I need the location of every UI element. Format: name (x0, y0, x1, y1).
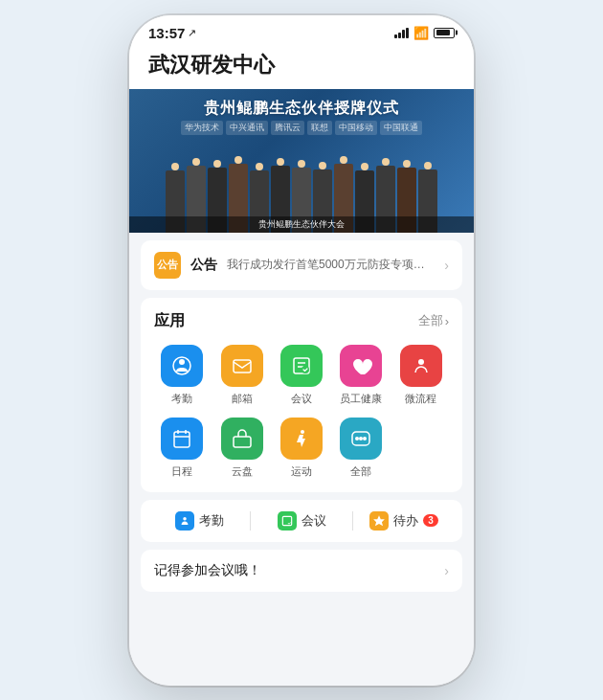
phone-shell: 13:57 ↗ 📶 武汉研发中心 贵州鲲鹏生态伙伴授牌仪式 华为技术 中兴通讯 (129, 15, 474, 686)
app-label-yuangong-jiankang: 员工健康 (340, 392, 382, 406)
app-yuangong-jiankang[interactable]: 员工健康 (333, 345, 389, 406)
app-label-youxiang: 邮箱 (232, 392, 253, 406)
banner: 贵州鲲鹏生态伙伴授牌仪式 华为技术 中兴通讯 腾讯云 联想 中国移动 中国联通 (129, 89, 474, 233)
tab-huiyi[interactable]: 会议 (251, 511, 352, 531)
app-huiyi[interactable]: 会议 (274, 345, 329, 406)
app-icon-yuangong-jiankang (340, 345, 382, 387)
app-icon-quanbu (340, 418, 382, 460)
section-all-button[interactable]: 全部 › (418, 312, 449, 329)
announcement-arrow-icon: › (444, 258, 449, 273)
app-icon-kaoqun (161, 345, 203, 387)
app-icon-richeng (161, 418, 203, 460)
status-bar: 13:57 ↗ 📶 (129, 15, 474, 47)
tab-kaoqun[interactable]: 考勤 (148, 511, 250, 531)
svg-point-14 (355, 437, 359, 440)
tab-badge-daiban: 3 (423, 514, 438, 527)
bottom-notice[interactable]: 记得参加会议哦！ › (141, 550, 462, 592)
tab-daiban[interactable]: 待办 3 (353, 511, 455, 531)
section-title: 应用 (154, 311, 185, 331)
signal-icon (394, 28, 409, 38)
app-label-richeng: 日程 (171, 464, 192, 479)
main-content: 贵州鲲鹏生态伙伴授牌仪式 华为技术 中兴通讯 腾讯云 联想 中国移动 中国联通 (129, 89, 474, 686)
status-time: 13:57 (148, 25, 185, 41)
svg-point-15 (359, 437, 363, 440)
app-label-huiyi: 会议 (291, 392, 312, 406)
app-label-yunpan: 云盘 (232, 464, 253, 479)
svg-point-13 (301, 430, 304, 434)
tab-icon-daiban (369, 511, 389, 531)
app-icon-yundong (280, 418, 323, 460)
svg-rect-8 (174, 432, 190, 447)
app-icon-youxiang (221, 345, 263, 387)
app-weiliu-cheng[interactable]: 微流程 (393, 345, 449, 406)
battery-icon (434, 28, 455, 38)
wifi-icon: 📶 (413, 26, 429, 40)
announcement-label: 公告 (190, 257, 217, 274)
notice-arrow-icon: › (444, 563, 449, 578)
page-title: 武汉研发中心 (129, 47, 474, 89)
app-label-quanbu: 全部 (350, 464, 371, 479)
announcement-text: 我行成功发行首笔5000万元防疫专项元防疫... (227, 257, 435, 273)
app-label-weiliu-cheng: 微流程 (405, 392, 436, 406)
svg-rect-12 (234, 437, 251, 447)
banner-subtitle: 华为技术 中兴通讯 腾讯云 联想 中国移动 中国联通 (162, 121, 441, 135)
tab-icon-kaoqun (175, 511, 194, 531)
app-icon-yunpan (221, 418, 263, 460)
svg-marker-20 (373, 515, 385, 526)
app-kaoqun[interactable]: 考勤 (154, 345, 210, 406)
tab-icon-huiyi (278, 511, 297, 531)
svg-point-0 (179, 359, 185, 365)
svg-rect-2 (234, 360, 251, 373)
svg-rect-19 (282, 516, 291, 525)
banner-title: 贵州鲲鹏生态伙伴授牌仪式 (204, 99, 399, 119)
svg-point-6 (302, 366, 309, 373)
battery-fill (436, 30, 450, 35)
tab-label-daiban: 待办 (393, 512, 418, 530)
announcement-icon-label: 公告 (157, 258, 178, 272)
app-label-yundong: 运动 (291, 464, 312, 479)
app-quanbu[interactable]: 全部 (333, 418, 389, 479)
svg-point-16 (363, 437, 367, 440)
apps-grid-row2: 日程 云盘 运动 全部 (154, 418, 449, 479)
app-icon-huiyi (280, 345, 323, 387)
app-youxiang[interactable]: 邮箱 (213, 345, 269, 406)
app-icon-weiliu-cheng (400, 345, 442, 387)
banner-bottom-text: 贵州鲲鹏生态伙伴大会 (129, 216, 474, 233)
tab-label-kaoqun: 考勤 (199, 512, 224, 530)
section-all-arrow-icon: › (445, 314, 449, 328)
section-header: 应用 全部 › (154, 311, 449, 331)
apps-grid-row1: 考勤 邮箱 会议 员工 (154, 345, 449, 406)
svg-point-7 (418, 359, 424, 365)
app-yundong[interactable]: 运动 (274, 418, 329, 479)
app-label-kaoqun: 考勤 (171, 392, 192, 406)
tab-label-huiyi: 会议 (302, 512, 326, 530)
announcement-icon: 公告 (154, 252, 181, 279)
bottom-tabs: 考勤 会议 待办 3 (141, 500, 462, 542)
status-icons: 📶 (394, 26, 455, 40)
app-richeng[interactable]: 日程 (154, 418, 210, 479)
location-arrow-icon: ↗ (188, 27, 196, 39)
svg-point-18 (183, 516, 187, 520)
app-yunpan[interactable]: 云盘 (213, 418, 269, 479)
section-all-label: 全部 (418, 312, 443, 329)
notice-text: 记得参加会议哦！ (154, 562, 261, 579)
apps-section: 应用 全部 › 考勤 邮箱 (141, 298, 462, 492)
announcement-bar[interactable]: 公告 公告 我行成功发行首笔5000万元防疫专项元防疫... › (141, 240, 462, 290)
